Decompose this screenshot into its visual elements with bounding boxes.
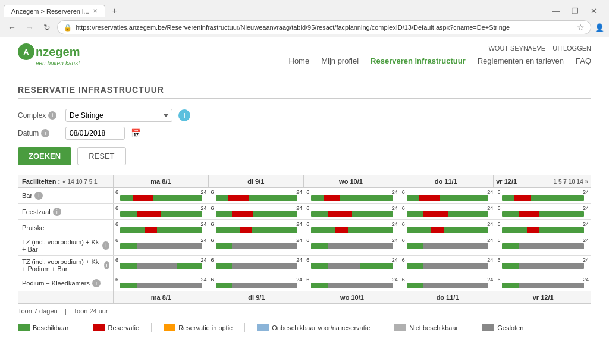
day-cell-4-3[interactable]: 6 24: [400, 256, 496, 275]
day-cell-2-2[interactable]: 6 24: [304, 220, 400, 236]
time-bar[interactable]: [311, 211, 393, 217]
fac-info-icon[interactable]: i: [53, 208, 61, 216]
time-bar[interactable]: [502, 243, 584, 249]
time-bar[interactable]: [216, 195, 298, 201]
day-cell-2-3[interactable]: 6 24: [400, 220, 496, 236]
page-nav-right[interactable]: 1 5 7 10 14 »: [554, 178, 588, 185]
day-header-5[interactable]: vr 12/1 1 5 7 10 14 »: [494, 175, 591, 187]
nav-reserveren[interactable]: Reserveren infrastructuur: [371, 57, 466, 65]
logout-link[interactable]: UITLOGGEN: [553, 45, 591, 52]
day-cell-4-0[interactable]: 6 24: [114, 256, 209, 275]
datum-info-icon[interactable]: i: [41, 129, 49, 137]
time-bar[interactable]: [311, 227, 393, 233]
fac-info-icon[interactable]: i: [34, 192, 43, 200]
time-bar[interactable]: [311, 283, 393, 288]
day-header-3[interactable]: wo 10/1: [304, 175, 399, 187]
forward-button[interactable]: →: [23, 21, 37, 33]
time-bar[interactable]: [216, 211, 298, 217]
calendar-icon[interactable]: 📅: [131, 128, 141, 138]
fac-info-icon[interactable]: i: [92, 279, 101, 287]
new-tab-button[interactable]: +: [108, 4, 122, 18]
time-bar[interactable]: [407, 263, 489, 269]
nav-home[interactable]: Home: [289, 57, 310, 65]
time-bar[interactable]: [216, 283, 298, 288]
close-button[interactable]: ✕: [587, 5, 601, 17]
refresh-button[interactable]: ↻: [40, 21, 54, 33]
minimize-button[interactable]: —: [548, 5, 563, 17]
reset-button[interactable]: RESET: [77, 147, 125, 165]
zoeken-button[interactable]: ZOEKEN: [18, 147, 71, 165]
day-cell-3-4[interactable]: 6 24: [495, 236, 591, 255]
day-cell-5-0[interactable]: 6 24: [114, 275, 209, 291]
time-bar[interactable]: [311, 263, 393, 269]
address-bar[interactable]: 🔒 https://reservaties.anzegem.be/Reserve…: [57, 20, 591, 34]
tab-close-icon[interactable]: ✕: [93, 8, 98, 14]
day-cell-5-3[interactable]: 6 24: [400, 275, 496, 291]
time-bar[interactable]: [502, 283, 584, 288]
day-header-4[interactable]: do 11/1: [398, 175, 494, 187]
time-bar[interactable]: [502, 227, 584, 233]
time-bar[interactable]: [407, 243, 489, 249]
complex-info-button[interactable]: i: [178, 109, 190, 121]
time-bar[interactable]: [407, 227, 489, 233]
complex-select[interactable]: De Stringe: [65, 109, 172, 122]
fac-info-icon[interactable]: i: [104, 261, 109, 269]
day-cell-3-3[interactable]: 6 24: [400, 236, 496, 255]
time-bar[interactable]: [311, 243, 393, 249]
day-cell-4-1[interactable]: 6 24: [209, 256, 305, 275]
time-bar[interactable]: [407, 283, 489, 288]
day-header-2[interactable]: di 9/1: [209, 175, 304, 187]
day-cell-2-4[interactable]: 6 24: [495, 220, 591, 236]
day-cell-0-2[interactable]: 6 24: [304, 188, 400, 203]
user-account-icon[interactable]: 👤: [595, 23, 604, 32]
day-cell-0-0[interactable]: 6 24: [114, 188, 209, 203]
bookmark-icon[interactable]: ☆: [577, 23, 585, 32]
show-7-days-link[interactable]: Toon 7 dagen: [18, 307, 58, 315]
nav-faq[interactable]: FAQ: [576, 57, 591, 65]
day-cell-1-4[interactable]: 6 24: [495, 204, 591, 219]
day-cell-4-2[interactable]: 6 24: [304, 256, 400, 275]
time-bar[interactable]: [216, 227, 298, 233]
maximize-button[interactable]: ❐: [568, 5, 582, 17]
back-button[interactable]: ←: [5, 21, 19, 33]
time-bar[interactable]: [216, 263, 298, 269]
day-cell-5-1[interactable]: 6 24: [209, 275, 305, 291]
day-cell-1-2[interactable]: 6 24: [304, 204, 400, 219]
day-cell-5-2[interactable]: 6 24: [304, 275, 400, 291]
page-nav-left[interactable]: « 14 10 7 5 1: [62, 178, 97, 185]
time-bar[interactable]: [502, 263, 584, 269]
time-bar[interactable]: [120, 243, 202, 249]
day-cell-2-1[interactable]: 6 24: [209, 220, 305, 236]
day-cell-3-1[interactable]: 6 24: [209, 236, 305, 255]
day-cell-1-0[interactable]: 6 24: [114, 204, 209, 219]
nav-reglementen[interactable]: Reglementen en tarieven: [478, 57, 564, 65]
complex-info-icon[interactable]: i: [48, 111, 56, 120]
day-cell-2-0[interactable]: 6 24: [114, 220, 209, 236]
datum-input[interactable]: [65, 127, 125, 140]
time-bar[interactable]: [216, 243, 298, 249]
nav-mijn-profiel[interactable]: Mijn profiel: [321, 57, 359, 65]
time-bar[interactable]: [502, 211, 584, 217]
day-cell-0-1[interactable]: 6 24: [209, 188, 305, 203]
day-cell-5-4[interactable]: 6 24: [495, 275, 591, 291]
time-bar[interactable]: [120, 195, 202, 201]
day-header-1[interactable]: ma 8/1: [114, 175, 209, 187]
time-bar[interactable]: [407, 195, 489, 201]
day-cell-1-3[interactable]: 6 24: [400, 204, 496, 219]
day-cell-0-3[interactable]: 6 24: [400, 188, 496, 203]
fac-info-icon[interactable]: i: [102, 241, 109, 250]
day-cell-3-2[interactable]: 6 24: [304, 236, 400, 255]
day-cell-3-0[interactable]: 6 24: [114, 236, 209, 255]
time-bar[interactable]: [120, 263, 202, 269]
day-cell-4-4[interactable]: 6 24: [495, 256, 591, 275]
time-bar[interactable]: [120, 283, 202, 288]
time-bar[interactable]: [502, 195, 584, 201]
time-bar[interactable]: [120, 211, 202, 217]
time-bar[interactable]: [311, 195, 393, 201]
day-cell-1-1[interactable]: 6 24: [209, 204, 305, 219]
day-cell-0-4[interactable]: 6 24: [495, 188, 591, 203]
show-24-hours-link[interactable]: Toon 24 uur: [74, 307, 108, 315]
time-bar[interactable]: [407, 211, 489, 217]
time-bar[interactable]: [120, 227, 202, 233]
active-tab[interactable]: Anzegem > Reserveren i... ✕: [4, 5, 105, 17]
